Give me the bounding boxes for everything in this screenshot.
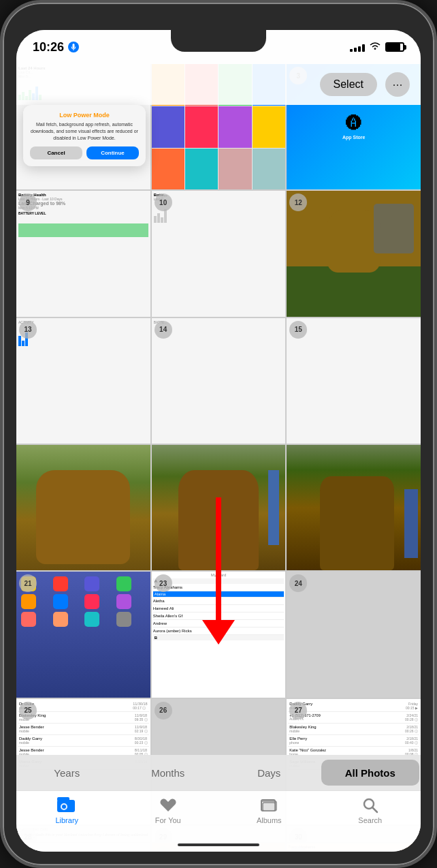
more-button[interactable]: ··· — [385, 72, 410, 97]
power-button[interactable] — [434, 125, 437, 180]
cell-number-27: 27 — [289, 702, 307, 719]
cell-number-15: 15 — [289, 321, 307, 339]
svg-rect-8 — [263, 803, 275, 811]
bar1 — [350, 49, 353, 52]
cell-number-13: 13 — [19, 321, 37, 339]
svg-line-10 — [372, 807, 377, 812]
tab-bar: Library For You — [16, 790, 421, 852]
cell-number-24: 24 — [289, 574, 307, 592]
mosaic-grid: Last 24 Hours Last Ch... Mon 5:... — [16, 64, 421, 852]
tab-search[interactable]: Search — [320, 796, 421, 824]
years-label: Years — [54, 767, 80, 779]
status-time: 10:26 — [33, 40, 79, 55]
notch — [171, 30, 266, 52]
photos-header: Select ··· — [16, 64, 421, 105]
popup-title: Low Power Mode — [30, 112, 139, 119]
main-content: Last 24 Hours Last Ch... Mon 5:... — [16, 64, 421, 852]
arrow-head — [202, 620, 235, 645]
mosaic-cell-dog3 — [287, 445, 421, 570]
mosaic-cell-5: Batte... Last C... 10 — [152, 191, 286, 316]
microphone-icon — [68, 42, 79, 52]
home-indicator — [178, 843, 259, 846]
volume-down-button[interactable] — [0, 197, 3, 238]
tab-months[interactable]: Months — [119, 760, 218, 786]
bar2 — [354, 48, 357, 52]
mosaic-cell-7: ACTIVITY 13 — [16, 318, 150, 444]
library-icon — [56, 796, 77, 814]
svg-point-5 — [62, 805, 66, 809]
mosaic-cell-4: Battery Health Last 24 Hours · Last 10 D… — [16, 191, 150, 316]
status-indicators — [350, 42, 404, 53]
red-arrow-indicator — [202, 497, 235, 645]
popup-text: Mail fetch, background app refresh, auto… — [30, 121, 139, 141]
cell-number-10: 10 — [155, 193, 172, 211]
tab-albums[interactable]: Albums — [218, 796, 320, 824]
months-label: Months — [151, 767, 184, 779]
volume-up-button[interactable] — [0, 146, 3, 187]
battery-indicator — [385, 42, 404, 52]
search-tab-label: Search — [358, 816, 382, 824]
mosaic-cell-homescreen: 21 — [16, 572, 150, 697]
bar3 — [358, 46, 361, 52]
time-display: 10:26 — [33, 40, 64, 55]
svg-rect-0 — [73, 44, 75, 48]
tab-years[interactable]: Years — [18, 760, 116, 786]
albums-tab-label: Albums — [257, 816, 282, 824]
low-power-popup: Low Power Mode Mail fetch, background ap… — [23, 105, 146, 166]
arrow-shaft — [216, 497, 221, 620]
albums-icon — [259, 796, 279, 814]
view-selector: Years Months Days All Photos — [16, 755, 421, 790]
tab-all-photos[interactable]: All Photos — [321, 760, 420, 786]
more-dots: ··· — [392, 78, 402, 92]
mosaic-cell-gray1: 24 — [287, 572, 421, 697]
for-you-icon — [158, 796, 178, 814]
days-label: Days — [257, 767, 280, 779]
phone-screen: 10:26 — [16, 30, 421, 852]
cell-number-26: 26 — [155, 702, 172, 719]
select-button[interactable]: Select — [320, 73, 377, 96]
battery-fill — [387, 44, 400, 50]
phone-frame: 10:26 — [0, 0, 437, 868]
mute-button[interactable] — [0, 105, 3, 132]
mosaic-cell-dog1 — [16, 445, 150, 570]
svg-rect-3 — [57, 797, 69, 801]
tab-library[interactable]: Library — [16, 796, 118, 824]
popup-buttons: Cancel Continue — [30, 146, 139, 159]
popup-continue-button[interactable]: Continue — [86, 146, 139, 159]
app-mosaic-background: Last 24 Hours Last Ch... Mon 5:... — [16, 64, 421, 852]
tab-for-you[interactable]: For You — [118, 796, 219, 824]
for-you-tab-label: For You — [155, 816, 181, 824]
mosaic-cell-8: BATTE... 14 — [152, 318, 286, 444]
search-icon — [360, 796, 381, 814]
all-photos-label: All Photos — [345, 767, 395, 779]
mosaic-cell-6: 12 — [287, 191, 421, 316]
cell-number-25: 25 — [19, 702, 37, 719]
wifi-icon — [369, 42, 381, 53]
cell-number-22: 23 — [155, 574, 172, 592]
mosaic-cell-9: 15 — [287, 318, 421, 444]
cell-number-14: 14 — [155, 321, 172, 339]
popup-cancel-button[interactable]: Cancel — [30, 146, 82, 159]
library-tab-label: Library — [55, 816, 78, 824]
bar4 — [362, 44, 365, 52]
signal-strength — [350, 42, 365, 52]
tab-days[interactable]: Days — [220, 760, 319, 786]
